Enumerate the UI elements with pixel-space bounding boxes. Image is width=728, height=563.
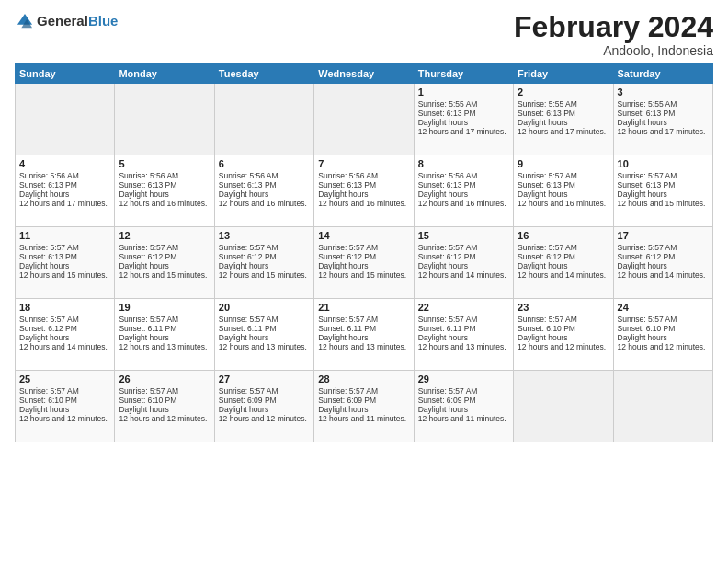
sunrise-label: Sunrise: 5:56 AM <box>119 171 178 180</box>
cell-day: 18Sunrise: 5:57 AMSunset: 6:12 PMDayligh… <box>16 299 115 371</box>
daylight-label: Daylight hours <box>418 190 468 199</box>
cell-day <box>16 84 115 155</box>
sunset-label: Sunset: 6:09 PM <box>318 396 376 405</box>
day-number: 26 <box>119 373 210 385</box>
sunset-label: Sunset: 6:12 PM <box>318 252 376 261</box>
daylight-label: Daylight hours <box>418 261 468 270</box>
sunset-label: Sunset: 6:09 PM <box>219 396 277 405</box>
sunrise-label: Sunrise: 5:57 AM <box>219 386 279 396</box>
cell-day: 6Sunrise: 5:56 AMSunset: 6:13 PMDaylight… <box>214 155 313 227</box>
header-row: SundayMondayTuesdayWednesdayThursdayFrid… <box>16 64 713 84</box>
sunset-label: Sunset: 6:13 PM <box>318 180 376 190</box>
col-header-monday: Monday <box>115 64 214 84</box>
daylight-label: Daylight hours <box>418 405 468 414</box>
day-number: 14 <box>318 230 409 241</box>
daylight-value: 12 hours and 14 minutes. <box>418 270 506 280</box>
day-number: 17 <box>618 230 709 241</box>
cell-day: 11Sunrise: 5:57 AMSunset: 6:13 PMDayligh… <box>16 227 115 299</box>
sunset-label: Sunset: 6:10 PM <box>518 324 575 333</box>
sunset-label: Sunset: 6:12 PM <box>19 324 77 333</box>
sunrise-label: Sunrise: 5:57 AM <box>19 243 79 252</box>
sunset-label: Sunset: 6:11 PM <box>219 324 277 333</box>
cell-day: 15Sunrise: 5:57 AMSunset: 6:12 PMDayligh… <box>414 227 513 299</box>
daylight-value: 12 hours and 12 minutes. <box>518 342 606 351</box>
sunrise-label: Sunrise: 5:57 AM <box>219 243 279 252</box>
daylight-value: 12 hours and 13 minutes. <box>418 342 506 351</box>
day-number: 5 <box>119 158 210 169</box>
sunrise-label: Sunrise: 5:57 AM <box>119 386 178 396</box>
daylight-label: Daylight hours <box>418 333 468 342</box>
sunrise-label: Sunrise: 5:57 AM <box>318 243 378 252</box>
day-number: 20 <box>219 302 310 313</box>
sunrise-label: Sunrise: 5:56 AM <box>418 171 478 180</box>
sunrise-label: Sunrise: 5:57 AM <box>318 386 378 396</box>
daylight-label: Daylight hours <box>618 118 667 127</box>
daylight-value: 12 hours and 13 minutes. <box>219 342 307 351</box>
daylight-label: Daylight hours <box>219 405 268 414</box>
day-number: 3 <box>618 86 709 98</box>
cell-day: 21Sunrise: 5:57 AMSunset: 6:11 PMDayligh… <box>314 299 414 371</box>
cell-day: 9Sunrise: 5:57 AMSunset: 6:13 PMDaylight… <box>514 155 613 227</box>
daylight-label: Daylight hours <box>518 333 567 342</box>
sunrise-label: Sunrise: 5:57 AM <box>418 243 478 252</box>
day-number: 22 <box>418 302 509 313</box>
daylight-label: Daylight hours <box>618 190 667 199</box>
daylight-value: 12 hours and 12 minutes. <box>219 414 307 423</box>
cell-day: 13Sunrise: 5:57 AMSunset: 6:12 PMDayligh… <box>214 227 313 299</box>
sunrise-label: Sunrise: 5:57 AM <box>618 243 677 252</box>
day-number: 9 <box>518 158 609 169</box>
sunrise-label: Sunrise: 5:55 AM <box>418 99 478 109</box>
cell-day: 22Sunrise: 5:57 AMSunset: 6:11 PMDayligh… <box>414 299 513 371</box>
logo-general-text: General <box>37 13 88 29</box>
calendar-table: SundayMondayTuesdayWednesdayThursdayFrid… <box>15 63 713 442</box>
cell-day <box>314 84 414 155</box>
cell-day: 17Sunrise: 5:57 AMSunset: 6:12 PMDayligh… <box>613 227 712 299</box>
daylight-value: 12 hours and 12 minutes. <box>19 414 108 423</box>
cell-day: 25Sunrise: 5:57 AMSunset: 6:10 PMDayligh… <box>16 371 115 442</box>
week-row-1: 1Sunrise: 5:55 AMSunset: 6:13 PMDaylight… <box>16 84 713 155</box>
day-number: 13 <box>219 230 310 241</box>
day-number: 8 <box>418 158 509 169</box>
daylight-value: 12 hours and 11 minutes. <box>318 414 406 423</box>
day-number: 15 <box>418 230 509 241</box>
sunrise-label: Sunrise: 5:57 AM <box>119 315 178 324</box>
day-number: 25 <box>19 373 110 385</box>
daylight-label: Daylight hours <box>518 261 567 270</box>
cell-day <box>115 84 214 155</box>
cell-day: 2Sunrise: 5:55 AMSunset: 6:13 PMDaylight… <box>514 84 613 155</box>
daylight-value: 12 hours and 15 minutes. <box>119 270 207 280</box>
daylight-label: Daylight hours <box>318 261 368 270</box>
sunrise-label: Sunrise: 5:57 AM <box>219 315 279 324</box>
cell-day: 8Sunrise: 5:56 AMSunset: 6:13 PMDaylight… <box>414 155 513 227</box>
cell-day: 20Sunrise: 5:57 AMSunset: 6:11 PMDayligh… <box>214 299 313 371</box>
daylight-label: Daylight hours <box>119 190 168 199</box>
sunrise-label: Sunrise: 5:55 AM <box>618 99 677 109</box>
cell-day: 29Sunrise: 5:57 AMSunset: 6:09 PMDayligh… <box>414 371 513 442</box>
sunset-label: Sunset: 6:13 PM <box>618 180 676 190</box>
sunset-label: Sunset: 6:12 PM <box>418 252 476 261</box>
sunrise-label: Sunrise: 5:57 AM <box>618 171 677 180</box>
day-number: 19 <box>119 302 210 313</box>
cell-day: 24Sunrise: 5:57 AMSunset: 6:10 PMDayligh… <box>613 299 712 371</box>
day-number: 2 <box>518 86 609 98</box>
cell-day <box>514 371 613 442</box>
logo: GeneralBlue <box>15 11 118 31</box>
cell-day: 10Sunrise: 5:57 AMSunset: 6:13 PMDayligh… <box>613 155 712 227</box>
col-header-sunday: Sunday <box>16 64 115 84</box>
daylight-label: Daylight hours <box>119 405 168 414</box>
col-header-thursday: Thursday <box>414 64 513 84</box>
logo-blue-text: Blue <box>88 13 119 29</box>
daylight-value: 12 hours and 17 minutes. <box>618 127 706 136</box>
week-row-3: 11Sunrise: 5:57 AMSunset: 6:13 PMDayligh… <box>16 227 713 299</box>
sunset-label: Sunset: 6:13 PM <box>618 109 676 118</box>
sunset-label: Sunset: 6:13 PM <box>119 180 176 190</box>
sunset-label: Sunset: 6:12 PM <box>219 252 277 261</box>
week-row-5: 25Sunrise: 5:57 AMSunset: 6:10 PMDayligh… <box>16 371 713 442</box>
sunrise-label: Sunrise: 5:57 AM <box>119 243 178 252</box>
location: Andoolo, Indonesia <box>514 43 713 58</box>
sunset-label: Sunset: 6:11 PM <box>318 324 376 333</box>
sunset-label: Sunset: 6:13 PM <box>418 180 476 190</box>
daylight-label: Daylight hours <box>318 333 368 342</box>
cell-day: 23Sunrise: 5:57 AMSunset: 6:10 PMDayligh… <box>514 299 613 371</box>
sunset-label: Sunset: 6:10 PM <box>119 396 176 405</box>
